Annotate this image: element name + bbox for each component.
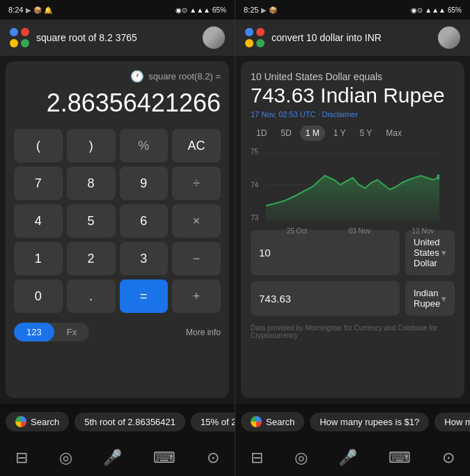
chevron-down-icon-to: ▾: [441, 293, 446, 304]
btn-7[interactable]: 7: [14, 167, 63, 200]
btn-multiply[interactable]: ×: [172, 204, 221, 238]
nav-compass-left[interactable]: ⊙: [207, 449, 219, 467]
suggestion-search-left[interactable]: Search: [6, 412, 69, 431]
tab-5y[interactable]: 5 Y: [354, 125, 378, 141]
google-logo-left: [10, 28, 29, 47]
mode-tabs: 123 Fx: [14, 323, 89, 341]
data-disclaimer: Data provided by Morningstar for Currenc…: [251, 324, 455, 339]
disclaimer-link[interactable]: Disclaimer: [322, 110, 358, 118]
tab-5d[interactable]: 5D: [275, 125, 297, 141]
mode-123[interactable]: 123: [14, 323, 54, 341]
nav-keyboard-left[interactable]: ⌨: [153, 449, 175, 467]
calc-history: 🕐 square root(8.2) =: [14, 70, 221, 83]
query-text-left: square root of 8.2 3765: [36, 32, 196, 43]
more-info-link[interactable]: More info: [186, 328, 221, 337]
btn-equals[interactable]: =: [120, 279, 169, 313]
tab-1m[interactable]: 1 M: [300, 125, 325, 141]
btn-ac[interactable]: AC: [172, 129, 221, 162]
btn-2[interactable]: 2: [67, 242, 116, 275]
time-left: 8:24 ▶ 📦 🔔: [8, 6, 52, 14]
btn-8[interactable]: 8: [67, 167, 116, 200]
chevron-down-icon-from: ▾: [441, 247, 446, 258]
btn-plus[interactable]: +: [172, 279, 221, 313]
time-display-right: 8:25: [244, 6, 258, 14]
user-avatar-left: [203, 26, 225, 49]
to-row: Indian Rupee ▾: [251, 281, 455, 316]
currency-inputs: United States Dollar ▾ Indian Rupee ▾: [251, 230, 455, 316]
currency-content: 10 United States Dollar equals 743.63 In…: [235, 56, 470, 404]
status-icons-right: ◉⊙ ▲▲▲ 65%: [411, 6, 462, 14]
currency-to-select[interactable]: Indian Rupee ▾: [405, 281, 455, 316]
btn-1[interactable]: 1: [14, 242, 63, 275]
btn-dot[interactable]: .: [67, 279, 116, 313]
nav-camera-left[interactable]: ◎: [59, 449, 72, 467]
nav-bar-right: ⊟ ◎ 🎤 ⌨ ⊙: [235, 440, 470, 476]
user-avatar-right: [438, 26, 460, 49]
amount-to-input[interactable]: [251, 281, 400, 316]
status-bar-left: 8:24 ▶ 📦 🔔 ◉⊙ ▲▲▲ 65%: [0, 0, 235, 20]
btn-5[interactable]: 5: [67, 204, 116, 238]
currency-card: 10 United States Dollar equals 743.63 In…: [241, 61, 464, 398]
chart-tabs: 1D 5D 1 M 1 Y 5 Y Max: [251, 125, 455, 141]
btn-0[interactable]: 0: [14, 279, 63, 313]
btn-divide[interactable]: ÷: [172, 167, 221, 200]
btn-4[interactable]: 4: [14, 204, 63, 238]
history-label: square root(8.2) =: [148, 71, 221, 82]
nav-compass-right[interactable]: ⊙: [442, 449, 455, 467]
tab-1y[interactable]: 1 Y: [328, 125, 352, 141]
calc-display: 2.86356421266: [14, 86, 221, 121]
from-row: United States Dollar ▾: [251, 230, 455, 275]
nav-home-right[interactable]: ⊟: [251, 449, 263, 467]
calc-card: 🕐 square root(8.2) = 2.86356421266 ( ) %…: [6, 61, 229, 398]
status-icons-left: ◉⊙ ▲▲▲ 65%: [175, 6, 226, 14]
google-logo-chip-right: [251, 416, 262, 427]
nav-mic-right[interactable]: 🎤: [338, 449, 357, 467]
tab-1d[interactable]: 1D: [251, 125, 272, 141]
nav-mic-left[interactable]: 🎤: [103, 449, 122, 467]
nav-bar-left: ⊟ ◎ 🎤 ⌨ ⊙: [0, 440, 235, 476]
status-bar-right: 8:25 ▶ 📦 ◉⊙ ▲▲▲ 65%: [235, 0, 470, 20]
suggestion-rupees[interactable]: How many rupees is $1?: [310, 413, 429, 431]
suggestion-15pct[interactable]: 15% of 2: [191, 413, 235, 431]
suggestion-search-right[interactable]: Search: [241, 412, 304, 431]
suggestion-how-m[interactable]: How m: [434, 413, 470, 431]
notification-icons-left: ▶ 📦 🔔: [26, 6, 52, 14]
btn-minus[interactable]: −: [172, 242, 221, 275]
converter-time: 17 Nov, 02:53 UTC · Disclaimer: [251, 110, 455, 118]
calc-mode-bar: 123 Fx More info: [14, 318, 221, 341]
chart-x-labels: 25 Oct 03 Nov 12 Nov: [251, 227, 455, 235]
history-icon: 🕐: [130, 70, 144, 83]
calc-content: 🕐 square root(8.2) = 2.86356421266 ( ) %…: [0, 56, 235, 404]
assistant-bar-right: convert 10 dollar into INR: [235, 20, 470, 56]
chart-svg: [251, 146, 439, 223]
nav-home-left[interactable]: ⊟: [15, 449, 28, 467]
assistant-bar-left: square root of 8.2 3765: [0, 20, 235, 56]
btn-percent[interactable]: %: [120, 129, 169, 162]
query-text-right: convert 10 dollar into INR: [272, 32, 431, 43]
btn-6[interactable]: 6: [120, 204, 169, 238]
notification-icons-right: ▶ 📦: [261, 6, 277, 14]
mode-fx[interactable]: Fx: [54, 323, 89, 341]
btn-open-paren[interactable]: (: [14, 129, 63, 162]
tab-max[interactable]: Max: [380, 125, 407, 141]
left-phone: 8:24 ▶ 📦 🔔 ◉⊙ ▲▲▲ 65% square root of 8.2…: [0, 0, 235, 476]
btn-close-paren[interactable]: ): [67, 129, 116, 162]
chart-y-labels: 75 74 73: [251, 146, 258, 223]
nav-camera-right[interactable]: ◎: [295, 449, 308, 467]
btn-3[interactable]: 3: [120, 242, 169, 275]
google-logo-chip-left: [15, 416, 26, 427]
google-logo-right: [245, 28, 265, 47]
chart-container: 75 74 73: [251, 146, 455, 223]
time-right: 8:25 ▶ 📦: [244, 6, 277, 14]
suggestion-5th-root[interactable]: 5th root of 2.86356421: [75, 413, 185, 431]
right-phone: 8:25 ▶ 📦 ◉⊙ ▲▲▲ 65% convert 10 dollar in…: [235, 0, 470, 476]
amount-from-input[interactable]: [251, 230, 400, 275]
time-display-left: 8:24: [8, 6, 23, 14]
btn-9[interactable]: 9: [120, 167, 169, 200]
suggestions-bar-left: Search 5th root of 2.86356421 15% of 2: [0, 404, 235, 440]
nav-keyboard-right[interactable]: ⌨: [389, 449, 411, 467]
currency-from-select[interactable]: United States Dollar ▾: [405, 230, 455, 275]
converter-subtitle: 10 United States Dollar equals: [251, 71, 455, 82]
converter-main: 743.63 Indian Rupee: [251, 84, 455, 107]
calc-buttons: ( ) % AC 7 8 9 ÷ 4 5 6 × 1 2 3 − 0: [14, 129, 221, 313]
